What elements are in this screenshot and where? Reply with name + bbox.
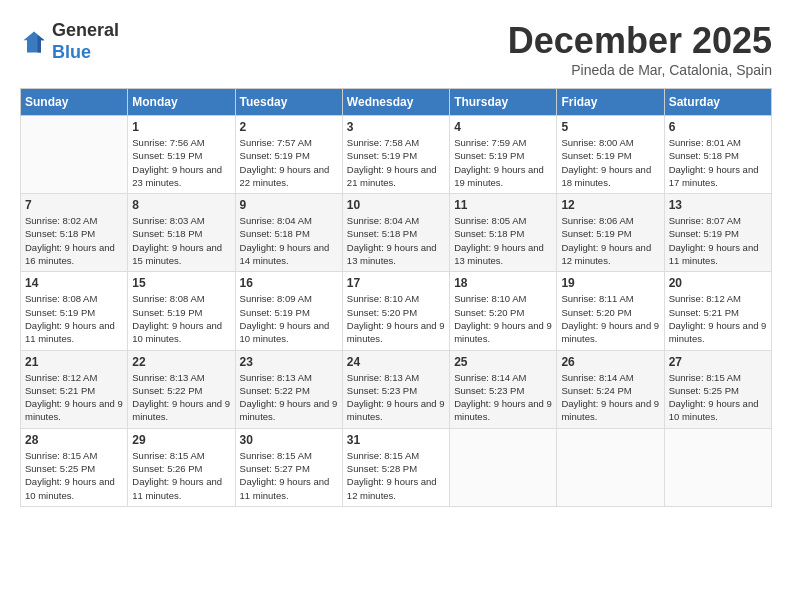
day-info: Sunrise: 8:07 AMSunset: 5:19 PMDaylight:… [669, 214, 767, 267]
day-number: 10 [347, 198, 445, 212]
day-number: 29 [132, 433, 230, 447]
day-number: 24 [347, 355, 445, 369]
day-info: Sunrise: 8:10 AMSunset: 5:20 PMDaylight:… [347, 292, 445, 345]
calendar-cell: 10Sunrise: 8:04 AMSunset: 5:18 PMDayligh… [342, 194, 449, 272]
day-info: Sunrise: 8:15 AMSunset: 5:26 PMDaylight:… [132, 449, 230, 502]
calendar-cell: 20Sunrise: 8:12 AMSunset: 5:21 PMDayligh… [664, 272, 771, 350]
calendar-cell: 23Sunrise: 8:13 AMSunset: 5:22 PMDayligh… [235, 350, 342, 428]
calendar-table: SundayMondayTuesdayWednesdayThursdayFrid… [20, 88, 772, 507]
day-info: Sunrise: 8:03 AMSunset: 5:18 PMDaylight:… [132, 214, 230, 267]
weekday-header-wednesday: Wednesday [342, 89, 449, 116]
day-number: 28 [25, 433, 123, 447]
day-info: Sunrise: 8:12 AMSunset: 5:21 PMDaylight:… [25, 371, 123, 424]
calendar-cell: 17Sunrise: 8:10 AMSunset: 5:20 PMDayligh… [342, 272, 449, 350]
day-number: 17 [347, 276, 445, 290]
calendar-cell: 2Sunrise: 7:57 AMSunset: 5:19 PMDaylight… [235, 116, 342, 194]
weekday-header-thursday: Thursday [450, 89, 557, 116]
calendar-cell: 21Sunrise: 8:12 AMSunset: 5:21 PMDayligh… [21, 350, 128, 428]
day-number: 26 [561, 355, 659, 369]
calendar-cell: 9Sunrise: 8:04 AMSunset: 5:18 PMDaylight… [235, 194, 342, 272]
calendar-week-3: 21Sunrise: 8:12 AMSunset: 5:21 PMDayligh… [21, 350, 772, 428]
calendar-cell: 27Sunrise: 8:15 AMSunset: 5:25 PMDayligh… [664, 350, 771, 428]
calendar-cell: 19Sunrise: 8:11 AMSunset: 5:20 PMDayligh… [557, 272, 664, 350]
day-info: Sunrise: 8:13 AMSunset: 5:23 PMDaylight:… [347, 371, 445, 424]
day-info: Sunrise: 7:56 AMSunset: 5:19 PMDaylight:… [132, 136, 230, 189]
calendar-cell: 4Sunrise: 7:59 AMSunset: 5:19 PMDaylight… [450, 116, 557, 194]
day-info: Sunrise: 8:12 AMSunset: 5:21 PMDaylight:… [669, 292, 767, 345]
logo-blue-text: Blue [52, 42, 119, 64]
calendar-cell [450, 428, 557, 506]
calendar-cell: 6Sunrise: 8:01 AMSunset: 5:18 PMDaylight… [664, 116, 771, 194]
day-number: 15 [132, 276, 230, 290]
calendar-cell [557, 428, 664, 506]
calendar-cell: 26Sunrise: 8:14 AMSunset: 5:24 PMDayligh… [557, 350, 664, 428]
day-number: 5 [561, 120, 659, 134]
day-info: Sunrise: 7:59 AMSunset: 5:19 PMDaylight:… [454, 136, 552, 189]
day-number: 25 [454, 355, 552, 369]
weekday-header-monday: Monday [128, 89, 235, 116]
day-info: Sunrise: 8:13 AMSunset: 5:22 PMDaylight:… [240, 371, 338, 424]
day-number: 19 [561, 276, 659, 290]
day-info: Sunrise: 8:09 AMSunset: 5:19 PMDaylight:… [240, 292, 338, 345]
page-header: General Blue December 2025 Pineda de Mar… [20, 20, 772, 78]
month-title: December 2025 [508, 20, 772, 62]
day-number: 27 [669, 355, 767, 369]
calendar-cell: 15Sunrise: 8:08 AMSunset: 5:19 PMDayligh… [128, 272, 235, 350]
logo: General Blue [20, 20, 119, 63]
calendar-cell: 25Sunrise: 8:14 AMSunset: 5:23 PMDayligh… [450, 350, 557, 428]
day-number: 2 [240, 120, 338, 134]
day-number: 22 [132, 355, 230, 369]
calendar-cell: 8Sunrise: 8:03 AMSunset: 5:18 PMDaylight… [128, 194, 235, 272]
calendar-cell: 13Sunrise: 8:07 AMSunset: 5:19 PMDayligh… [664, 194, 771, 272]
day-number: 16 [240, 276, 338, 290]
calendar-cell: 22Sunrise: 8:13 AMSunset: 5:22 PMDayligh… [128, 350, 235, 428]
day-info: Sunrise: 8:15 AMSunset: 5:25 PMDaylight:… [25, 449, 123, 502]
calendar-cell: 12Sunrise: 8:06 AMSunset: 5:19 PMDayligh… [557, 194, 664, 272]
day-number: 6 [669, 120, 767, 134]
day-number: 18 [454, 276, 552, 290]
day-info: Sunrise: 8:11 AMSunset: 5:20 PMDaylight:… [561, 292, 659, 345]
calendar-cell [664, 428, 771, 506]
day-info: Sunrise: 8:15 AMSunset: 5:25 PMDaylight:… [669, 371, 767, 424]
day-number: 23 [240, 355, 338, 369]
day-number: 14 [25, 276, 123, 290]
calendar-cell: 24Sunrise: 8:13 AMSunset: 5:23 PMDayligh… [342, 350, 449, 428]
calendar-cell: 30Sunrise: 8:15 AMSunset: 5:27 PMDayligh… [235, 428, 342, 506]
logo-icon [20, 28, 48, 56]
calendar-cell: 14Sunrise: 8:08 AMSunset: 5:19 PMDayligh… [21, 272, 128, 350]
calendar-week-0: 1Sunrise: 7:56 AMSunset: 5:19 PMDaylight… [21, 116, 772, 194]
day-number: 30 [240, 433, 338, 447]
location: Pineda de Mar, Catalonia, Spain [508, 62, 772, 78]
weekday-header-saturday: Saturday [664, 89, 771, 116]
day-number: 13 [669, 198, 767, 212]
day-info: Sunrise: 8:13 AMSunset: 5:22 PMDaylight:… [132, 371, 230, 424]
day-info: Sunrise: 8:00 AMSunset: 5:19 PMDaylight:… [561, 136, 659, 189]
day-info: Sunrise: 8:15 AMSunset: 5:28 PMDaylight:… [347, 449, 445, 502]
day-info: Sunrise: 8:08 AMSunset: 5:19 PMDaylight:… [25, 292, 123, 345]
weekday-header-tuesday: Tuesday [235, 89, 342, 116]
day-number: 1 [132, 120, 230, 134]
day-number: 11 [454, 198, 552, 212]
calendar-cell: 5Sunrise: 8:00 AMSunset: 5:19 PMDaylight… [557, 116, 664, 194]
calendar-cell: 29Sunrise: 8:15 AMSunset: 5:26 PMDayligh… [128, 428, 235, 506]
calendar-week-2: 14Sunrise: 8:08 AMSunset: 5:19 PMDayligh… [21, 272, 772, 350]
day-info: Sunrise: 8:15 AMSunset: 5:27 PMDaylight:… [240, 449, 338, 502]
calendar-cell: 18Sunrise: 8:10 AMSunset: 5:20 PMDayligh… [450, 272, 557, 350]
calendar-week-4: 28Sunrise: 8:15 AMSunset: 5:25 PMDayligh… [21, 428, 772, 506]
calendar-cell: 31Sunrise: 8:15 AMSunset: 5:28 PMDayligh… [342, 428, 449, 506]
calendar-cell: 3Sunrise: 7:58 AMSunset: 5:19 PMDaylight… [342, 116, 449, 194]
day-info: Sunrise: 8:05 AMSunset: 5:18 PMDaylight:… [454, 214, 552, 267]
day-info: Sunrise: 8:04 AMSunset: 5:18 PMDaylight:… [240, 214, 338, 267]
day-info: Sunrise: 8:04 AMSunset: 5:18 PMDaylight:… [347, 214, 445, 267]
day-number: 4 [454, 120, 552, 134]
day-info: Sunrise: 8:14 AMSunset: 5:23 PMDaylight:… [454, 371, 552, 424]
day-info: Sunrise: 8:08 AMSunset: 5:19 PMDaylight:… [132, 292, 230, 345]
title-block: December 2025 Pineda de Mar, Catalonia, … [508, 20, 772, 78]
day-number: 9 [240, 198, 338, 212]
calendar-body: 1Sunrise: 7:56 AMSunset: 5:19 PMDaylight… [21, 116, 772, 507]
day-info: Sunrise: 8:06 AMSunset: 5:19 PMDaylight:… [561, 214, 659, 267]
calendar-cell: 1Sunrise: 7:56 AMSunset: 5:19 PMDaylight… [128, 116, 235, 194]
calendar-cell: 7Sunrise: 8:02 AMSunset: 5:18 PMDaylight… [21, 194, 128, 272]
day-number: 3 [347, 120, 445, 134]
calendar-week-1: 7Sunrise: 8:02 AMSunset: 5:18 PMDaylight… [21, 194, 772, 272]
